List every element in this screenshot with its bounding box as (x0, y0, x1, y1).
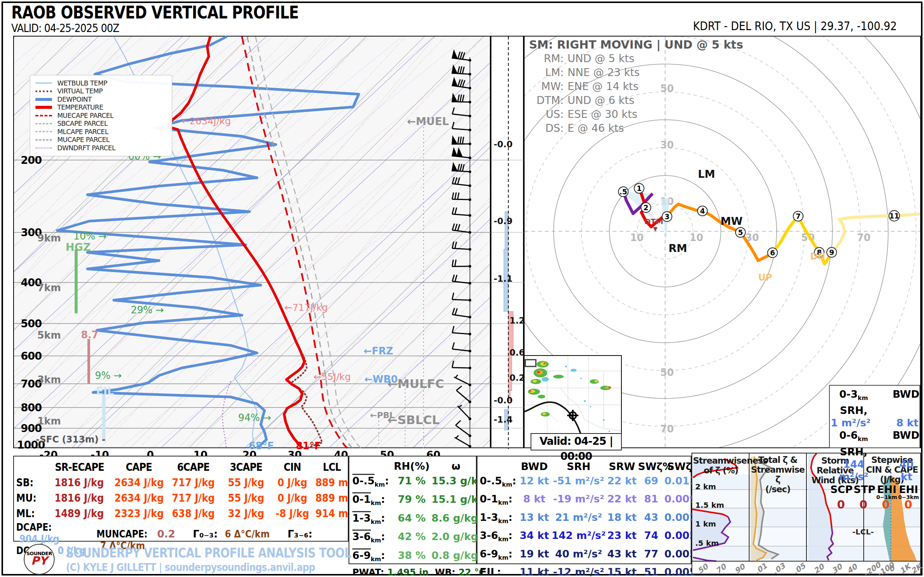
row-label: MU: (16, 490, 37, 506)
omega-value: 0.6 (509, 348, 525, 358)
bwd-0-3-value: 8 kt (896, 417, 918, 429)
omega-value: 0.2 (509, 373, 525, 383)
ehi3-value: 0 (905, 500, 912, 510)
rh-label-300: 10% → (73, 230, 107, 242)
trace-legend: WETBULB TEMP VIRTUAL TEMP DEWPOINT TEMPE… (30, 75, 172, 156)
col-header: SRW (606, 459, 638, 474)
sblcl-label: ←SBLCL (388, 413, 440, 427)
cape6-label: ←717J/kg (284, 302, 328, 313)
ring-label: 70 (660, 423, 674, 435)
up-label: UP (758, 272, 772, 283)
legend-label: SBCAPE PARCEL (57, 120, 107, 127)
motion-key: DS: (529, 121, 564, 135)
motion-key: DTM: (529, 93, 564, 107)
omega-value: 1.2 (509, 316, 525, 326)
srh-row-label: 0-6 (839, 429, 858, 441)
surface-label: -SFC (313m) - (36, 434, 105, 445)
hodo-marker: 1 (636, 184, 641, 192)
col-header: SWζ% (638, 459, 664, 474)
gamma03-value: 6 Δ°C/km (225, 528, 270, 540)
legend-label: VIRTUAL TEMP (57, 87, 102, 95)
y-label: .5 km (695, 538, 719, 548)
height-label: 1km (37, 416, 61, 427)
omega-panel: -0.0 -0.9 -1.1 1.2 0.6 0.2 -0.0 -1.4 (491, 36, 524, 448)
valid-time: VALID: 04-25-2025 00Z (11, 21, 140, 35)
motion-value: UND @ 5 kts (567, 52, 634, 66)
dtm-label: DTM (645, 217, 663, 226)
srh-0-6-value: 144 m²/s² (830, 458, 878, 483)
layer-label: 0-1 (352, 492, 371, 505)
pwat-value: 1.495 in (388, 566, 429, 577)
legend-label: MUECAPE PARCEL (57, 112, 113, 119)
layer-label: 0-.5 (352, 474, 375, 487)
hodo-marker: 5 (738, 228, 743, 237)
col-header: 6CAPE (177, 459, 210, 475)
row-label: ML: (16, 506, 35, 521)
col-header: LCL (323, 459, 341, 475)
motion-value: ENE @ 14 kts (567, 79, 638, 93)
ring-label: 30 (660, 139, 674, 151)
col-header: CIN (284, 459, 301, 475)
omega-value: -0.0 (494, 395, 512, 405)
layer-label: 3-6 (352, 530, 371, 542)
col-header: SWζ (664, 459, 695, 474)
pressure-tick: 600 (21, 350, 42, 362)
mulfc-label: ←MULFC (388, 377, 444, 391)
hodo-marker: 2 (643, 203, 648, 212)
footer-credit: SOUNDER PY SOUNDERPY VERTICAL PROFILE AN… (13, 543, 349, 575)
skewt-panel: WETBULB TEMP VIRTUAL TEMP DEWPOINT TEMPE… (13, 36, 491, 448)
shear-table: BWD SRH SRW SWζ% SWζ 0-.5km: 12 kt -51 m… (477, 456, 691, 564)
ehi-label: EHI (877, 484, 897, 495)
surface-dewpoint-label: 68°F (249, 440, 274, 451)
rh-label-700: 9% → (95, 370, 122, 381)
temperature-trace (168, 37, 304, 448)
pressure-tick: 800 (21, 401, 42, 414)
mucape-legend-line (36, 139, 52, 140)
motion-value: E @ 46 kts (567, 121, 624, 135)
mucape-parcel-trace (255, 37, 361, 448)
dwndrft-legend-line (36, 148, 52, 148)
legend-label: WETBULB TEMP (57, 79, 107, 87)
omega-value: -1.1 (494, 274, 512, 284)
y-label: 1.5 km (695, 501, 724, 509)
legend-label: TEMPERATURE (57, 103, 103, 111)
srh-row-label: 0-3 (839, 388, 858, 400)
col-header: SR-ECAPE (55, 459, 104, 475)
row-label: SB: (16, 475, 34, 490)
srh-bwd-box: 0-3km SRH,BWD 1 m²/s²8 kt 0-6km SRH,BWD … (829, 385, 920, 448)
wetbulb-legend-line (36, 82, 52, 84)
motion-key: US: (529, 107, 564, 121)
rh-label-500: 29% → (131, 304, 164, 316)
hodo-marker: 11 (889, 212, 899, 220)
ring-label: 10 (690, 232, 703, 243)
hodo-marker: 7 (795, 212, 800, 220)
motion-key: RM: (529, 52, 564, 66)
panel-title: Streamwisenessof ζ (%) (693, 456, 749, 475)
omega-header: ω (431, 459, 480, 474)
hodo-marker: 4 (700, 207, 705, 215)
thermo-table: SR-ECAPE CAPE 6CAPE 3CAPE CIN LCL SB: 18… (13, 456, 349, 542)
hodo-9km-plus (834, 214, 921, 249)
gamma03-label: Γ₀₋₃: (193, 528, 218, 540)
hgz-bar (74, 249, 78, 313)
hgz-label: HGZ (66, 241, 91, 253)
mlcape-legend-line (36, 131, 52, 132)
legend-label: MLCAPE PARCEL (57, 128, 108, 135)
ehi1-value: 0 (882, 500, 890, 510)
surface-temp-label: 81°F (296, 440, 321, 451)
scp-value: 0 (837, 500, 845, 510)
panel-title: Total ζ &Streamwise ζ(/sec) (750, 455, 806, 494)
sbcape-legend-line (36, 123, 52, 124)
mw-label: MW (720, 215, 743, 227)
dewpoint-legend-line (36, 98, 52, 101)
sounderpy-analysis-page: RAOB OBSERVED VERTICAL PROFILE VALID: 04… (0, 0, 924, 577)
rh-header: RH(%) (392, 459, 431, 474)
legend-label: DWNDRFT PARCEL (57, 144, 115, 152)
gamma36-label: Γ₃₋₆: (288, 528, 312, 540)
map-valid-label: Valid: 04-25 | 00:00 (531, 433, 622, 450)
cape3-label: ←55J/kg (313, 371, 351, 382)
motion-key: MW: (529, 79, 564, 93)
motion-key: LM: (529, 66, 564, 79)
dn-label: DN (810, 251, 825, 262)
eil-label: EIL (96, 385, 114, 397)
